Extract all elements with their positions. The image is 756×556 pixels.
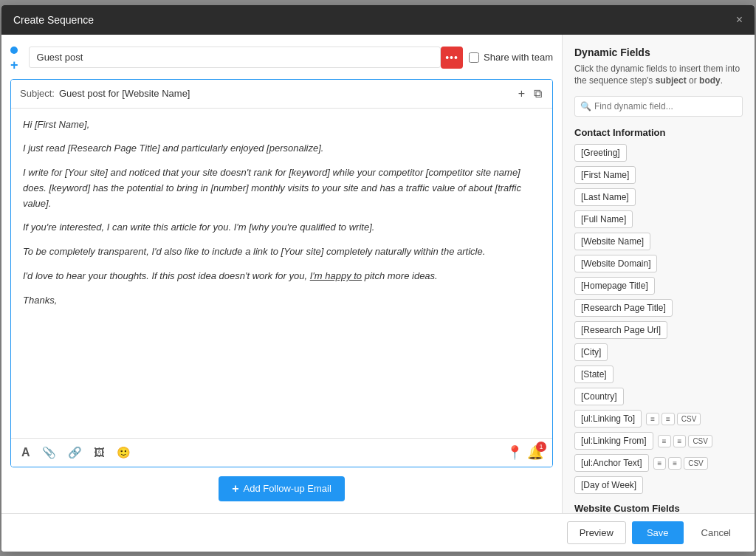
share-checkbox[interactable] xyxy=(469,52,479,63)
anchor-text-list-icon[interactable]: ≡ xyxy=(653,457,667,470)
dots-icon: ••• xyxy=(445,52,458,64)
add-step-button[interactable]: + xyxy=(10,58,18,72)
field-tag-linking-from[interactable]: [ul:Linking From] xyxy=(574,432,653,450)
field-tag-full-name[interactable]: [Full Name] xyxy=(574,210,633,228)
cancel-button[interactable]: Cancel xyxy=(690,521,743,544)
subject-label: Subject: xyxy=(20,88,55,99)
field-tag-linking-to-row: [ul:Linking To] ≡ ≡ CSV xyxy=(574,410,743,428)
website-section-title: Website Custom Fields xyxy=(574,503,743,512)
subject-value: Guest post for [Website Name] xyxy=(59,88,517,99)
save-button[interactable]: Save xyxy=(632,521,684,544)
subject-copy-button[interactable]: ⧉ xyxy=(532,86,543,102)
field-tag-day-of-week[interactable]: [Day of Week] xyxy=(574,476,643,494)
attach-button[interactable]: 📎 xyxy=(41,445,58,461)
field-tag-greeting[interactable]: [Greeting] xyxy=(574,144,627,162)
preview-button[interactable]: Preview xyxy=(567,521,626,544)
close-button[interactable]: × xyxy=(736,13,743,27)
emoji-button[interactable]: 🙂 xyxy=(115,445,132,461)
image-button[interactable]: 🖼 xyxy=(92,445,106,460)
field-tag-first-name[interactable]: [First Name] xyxy=(574,166,636,184)
notification-badge: 1 xyxy=(536,442,546,452)
share-label: Share with team xyxy=(484,52,553,63)
dynamic-field-search[interactable] xyxy=(574,96,743,117)
field-tag-city[interactable]: [City] xyxy=(574,343,608,361)
field-tag-state[interactable]: [State] xyxy=(574,365,614,383)
sequence-name-input[interactable] xyxy=(29,47,441,68)
field-tag-linking-to[interactable]: [ul:Linking To] xyxy=(574,410,642,428)
email-body[interactable]: Hi [First Name], I just read [Research P… xyxy=(11,109,552,438)
link-button[interactable]: 🔗 xyxy=(66,445,83,461)
field-tag-website-name[interactable]: [Website Name] xyxy=(574,233,650,250)
subject-add-button[interactable]: + xyxy=(517,86,526,102)
field-tag-homepage-title[interactable]: [Homepage Title] xyxy=(574,277,655,295)
body-line-5: To be completely transparent, I'd also l… xyxy=(23,244,540,260)
linking-from-list-icon[interactable]: ≡ xyxy=(658,435,671,447)
body-line-7: Thanks, xyxy=(23,293,540,309)
modal-title: Create Sequence xyxy=(13,14,94,26)
linking-to-list-icon[interactable]: ≡ xyxy=(646,413,659,425)
dynamic-fields-desc: Click the dynamic fields to insert them … xyxy=(574,63,743,88)
linking-to-csv-icon[interactable]: CSV xyxy=(677,413,701,425)
body-line-4: If you're interested, I can write this a… xyxy=(23,220,540,236)
linking-to-numbered-icon[interactable]: ≡ xyxy=(662,413,675,425)
linking-from-csv-icon[interactable]: CSV xyxy=(688,435,712,447)
field-tag-country[interactable]: [Country] xyxy=(574,388,624,405)
contact-section-title: Contact Information xyxy=(574,127,743,138)
add-followup-button[interactable]: + Add Follow-up Email xyxy=(219,476,345,501)
plus-icon: + xyxy=(232,482,238,495)
step-dot xyxy=(10,47,18,54)
field-tag-last-name[interactable]: [Last Name] xyxy=(574,188,636,206)
field-tag-anchor-text-row: [ul:Anchor Text] ≡ ≡ CSV xyxy=(574,454,743,472)
text-format-button[interactable]: A xyxy=(20,445,32,461)
anchor-text-csv-icon[interactable]: CSV xyxy=(684,457,708,470)
body-line-6: I'd love to hear your thoughts. If this … xyxy=(23,269,540,284)
anchor-text-numbered-icon[interactable]: ≡ xyxy=(668,457,681,470)
notification-wrap: 🔔 1 xyxy=(527,445,543,461)
add-followup-label: Add Follow-up Email xyxy=(244,483,331,494)
contact-fields-list: [Greeting] [First Name] [Last Name] [Ful… xyxy=(574,144,743,494)
field-tag-website-domain[interactable]: [Website Domain] xyxy=(574,255,657,272)
dots-menu-button[interactable]: ••• xyxy=(441,47,463,69)
field-tag-anchor-text[interactable]: [ul:Anchor Text] xyxy=(574,454,649,472)
field-tag-research-page-title[interactable]: [Research Page Title] xyxy=(574,299,673,317)
location-icon[interactable]: 📍 xyxy=(506,445,523,461)
body-line-1: Hi [First Name], xyxy=(23,117,540,133)
field-tag-linking-from-row: [ul:Linking From] ≡ ≡ CSV xyxy=(574,432,743,450)
linking-from-numbered-icon[interactable]: ≡ xyxy=(673,435,687,447)
body-line-2: I just read [Research Page Title] and pa… xyxy=(23,141,540,157)
search-icon: 🔍 xyxy=(580,101,591,111)
dynamic-fields-title: Dynamic Fields xyxy=(574,47,743,58)
body-line-3: I write for [Your site] and noticed that… xyxy=(23,165,540,211)
field-tag-research-page-url[interactable]: [Research Page Url] xyxy=(574,321,667,339)
